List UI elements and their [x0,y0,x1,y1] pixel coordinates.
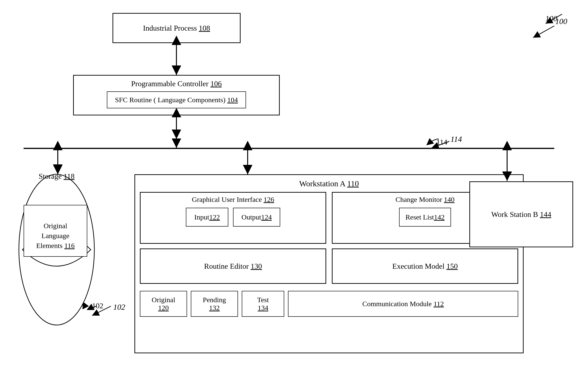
reset-list-box: Reset List 142 [399,208,451,227]
original-language-box: OriginalLanguageElements 116 [24,205,87,257]
ref-114: 114 [451,135,462,144]
gui-label: Graphical User Interface 126 [192,195,274,203]
workstation-b-label: Work Station B 144 [491,210,551,219]
storage-label: Storage 118 [19,172,94,181]
original-language-label: OriginalLanguageElements 116 [36,211,74,250]
programmable-controller-box: Programmable Controller 106 SFC Routine … [73,75,280,115]
workstation-b-box: Work Station B 144 [469,181,573,247]
ref-102: 102 [113,303,125,312]
sfc-routine-box: SFC Routine ( Language Components) 104 [107,91,246,108]
input-box: Input 122 [186,208,228,227]
industrial-process-label: Industrial Process 108 [143,24,210,32]
communication-module-label: Communication Module 112 [362,300,444,308]
routine-editor-label: Routine Editor 130 [204,262,262,271]
pending-box: Pending 132 [191,291,238,317]
communication-module-box: Communication Module 112 [288,291,518,317]
output-box: Output 124 [233,208,280,227]
test-label: Test 134 [257,296,269,312]
programmable-controller-label: Programmable Controller 106 [131,79,222,88]
test-box: Test 134 [242,291,284,317]
ref-100: 100 [555,17,567,26]
pending-label: Pending 132 [203,296,226,312]
industrial-process-box: Industrial Process 108 [113,13,241,43]
original-label: Original 120 [152,296,175,312]
svg-line-14 [533,26,554,38]
workstation-a-box: Workstation A 110 Graphical User Interfa… [135,174,524,353]
gui-box: Graphical User Interface 126 Input 122 O… [140,192,326,244]
routine-editor-box: Routine Editor 130 [140,249,326,284]
change-monitor-label: Change Monitor 140 [396,195,454,203]
workstation-a-label: Workstation A 110 [140,179,518,188]
original-box: Original 120 [140,291,187,317]
execution-model-box: Execution Model 150 [332,249,518,284]
sfc-routine-label: SFC Routine ( Language Components) 104 [115,96,238,104]
execution-model-label: Execution Model 150 [392,262,458,271]
